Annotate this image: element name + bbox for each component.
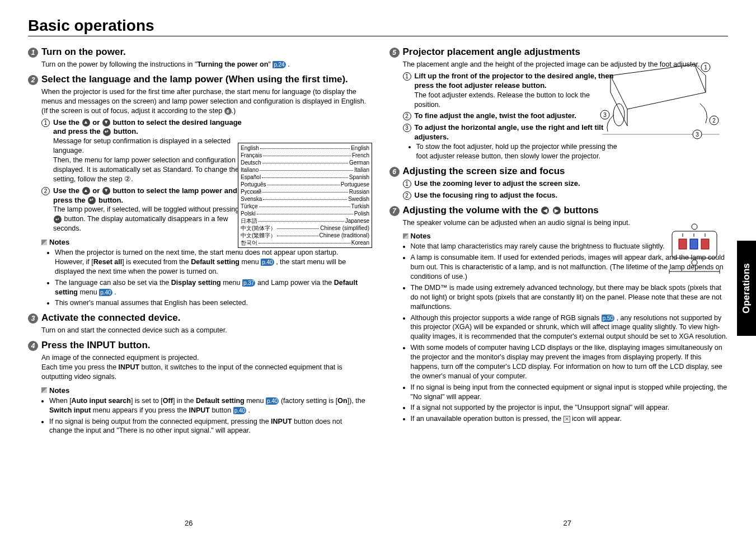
- substep-num-2: 2: [41, 187, 50, 195]
- section-2-title: Select the language and the lamp power (…: [41, 74, 348, 85]
- step-badge-1: 1: [28, 48, 38, 58]
- vol-right-icon: ▶: [553, 207, 561, 214]
- notes-list-s2: When the projector is turned on the next…: [49, 248, 367, 308]
- svg-text:3: 3: [696, 132, 699, 138]
- section-3-title: Activate the connected device.: [41, 312, 180, 324]
- language-row: EspañolSpanish: [241, 174, 369, 181]
- page-number-left: 26: [185, 519, 192, 527]
- section-4-head: 4 Press the INPUT button.: [28, 340, 367, 351]
- substep-num-1: 1: [41, 119, 50, 127]
- language-row: EnglishEnglish: [241, 144, 369, 152]
- section-4-title: Press the INPUT button.: [41, 340, 151, 351]
- substep-num: 3: [403, 124, 411, 132]
- svg-rect-12: [679, 239, 687, 249]
- language-row: PolskiPolish: [241, 210, 369, 217]
- page-ref-37: p.37: [242, 279, 255, 287]
- page-ref-40: p.40: [233, 407, 246, 415]
- substep-num: 2: [403, 191, 411, 200]
- enter-icon: ↵: [88, 196, 96, 204]
- language-row: SvenskaSwedish: [241, 195, 369, 203]
- substep-num: 2: [403, 112, 411, 120]
- step-badge-4: 4: [28, 341, 38, 351]
- side-tab-operations: Operations: [737, 241, 756, 336]
- down-icon: ▼: [102, 187, 110, 195]
- svg-point-10: [692, 224, 697, 229]
- enter-icon: ↵: [54, 216, 62, 223]
- substep-6-1: 1 Use the zooming lever to adjust the sc…: [403, 179, 729, 189]
- section-3-head: 3 Activate the connected device.: [28, 312, 367, 324]
- volume-bar-diagram: [666, 266, 722, 277]
- language-row: РусскийRussian: [241, 188, 369, 195]
- step-badge-2: 2: [28, 75, 38, 85]
- section-6-head: 6 Adjusting the screen size and focus: [389, 166, 729, 177]
- down-icon: ▼: [102, 119, 110, 127]
- language-row: 中文(繁體字）Chinese (traditional): [241, 232, 369, 239]
- section-3-body: Turn on and start the connected device s…: [41, 326, 367, 335]
- page-title: Basic operations: [28, 17, 728, 36]
- svg-point-0: [613, 104, 624, 126]
- language-row: 한국어Korean: [241, 239, 369, 246]
- section-1-head: 1 Turn on the power.: [28, 46, 367, 58]
- substep-6-2: 2 Use the focusing ring to adjust the fo…: [403, 191, 729, 200]
- svg-rect-13: [690, 239, 698, 249]
- ref-step-6-icon: 6: [224, 107, 232, 115]
- notes-list-s4: When [Auto input search] is set to [Off]…: [44, 396, 367, 436]
- page-ref-40: p.40: [99, 289, 112, 297]
- step-badge-7: 7: [389, 206, 400, 216]
- language-table: EnglishEnglishFrançaisFrenchDeutschGerma…: [238, 143, 372, 248]
- language-row: 日本語Japanese: [241, 217, 369, 224]
- notes-icon: [403, 233, 408, 239]
- substep-num: 1: [403, 180, 411, 188]
- section-7-title: Adjusting the volume with the ◀ ▶ button…: [403, 205, 599, 216]
- notes-heading-s4: Notes: [41, 386, 367, 395]
- svg-rect-14: [701, 239, 709, 249]
- language-row: 中文(简体字）Chinese (simplified): [241, 224, 369, 232]
- page-ref-50: p.50: [602, 315, 614, 322]
- section-1-title: Turn on the power.: [41, 46, 126, 58]
- section-6-title: Adjusting the screen size and focus: [403, 166, 565, 177]
- step-badge-3: 3: [28, 313, 38, 324]
- section-1-body: Turn on the power by following the instr…: [41, 60, 367, 69]
- up-icon: ▲: [82, 187, 90, 195]
- unavailable-icon: ✕: [564, 416, 570, 423]
- section-4-body: An image of the connected equipment is p…: [41, 353, 367, 382]
- language-row: DeutschGerman: [241, 159, 369, 166]
- page-ref-40: p.40: [266, 397, 279, 405]
- language-row: ItalianoItalian: [241, 166, 369, 174]
- substep-2-2: 2 Use the ▲ or ▼ button to select the la…: [41, 186, 254, 233]
- section-2-para: When the projector is used for the first…: [41, 87, 367, 116]
- vol-left-icon: ◀: [541, 207, 549, 214]
- svg-point-11: [692, 260, 697, 265]
- section-2-head: 2 Select the language and the lamp power…: [28, 74, 367, 85]
- enter-icon: ↵: [103, 128, 111, 136]
- section-7-head: 7 Adjusting the volume with the ◀ ▶ butt…: [389, 205, 729, 216]
- projector-diagram: 1 2 3 3: [588, 42, 722, 154]
- lens-diagram: [666, 221, 722, 266]
- up-icon: ▲: [82, 119, 90, 127]
- step-badge-5: 5: [389, 48, 400, 58]
- substep-5-3: 3 To adjust the horizontal angle, use th…: [403, 123, 616, 142]
- substep-2-1: 1 Use the ▲ or ▼ button to select the de…: [41, 118, 254, 184]
- svg-text:1: 1: [704, 64, 707, 71]
- language-row: PortuguêsPortuguese: [241, 181, 369, 188]
- notes-icon: [41, 240, 47, 245]
- section-5-title: Projector placement angle adjustments: [403, 46, 580, 58]
- page-ref-24: p.24: [273, 61, 285, 69]
- substep-num: 1: [403, 72, 411, 81]
- svg-text:2: 2: [712, 118, 716, 124]
- svg-text:3: 3: [603, 112, 607, 118]
- substep-5-2: 2 To fine adjust the angle, twist the fo…: [403, 111, 616, 121]
- language-row: FrançaisFrench: [241, 152, 369, 159]
- page-ref-40: p.40: [261, 259, 274, 266]
- language-row: TürkçeTurkish: [241, 203, 369, 210]
- step-badge-6: 6: [389, 167, 400, 177]
- notes-icon: [41, 387, 47, 393]
- substep-5-1: 1 Lift up the front of the projector to …: [403, 72, 616, 110]
- page-number-right: 27: [564, 519, 571, 527]
